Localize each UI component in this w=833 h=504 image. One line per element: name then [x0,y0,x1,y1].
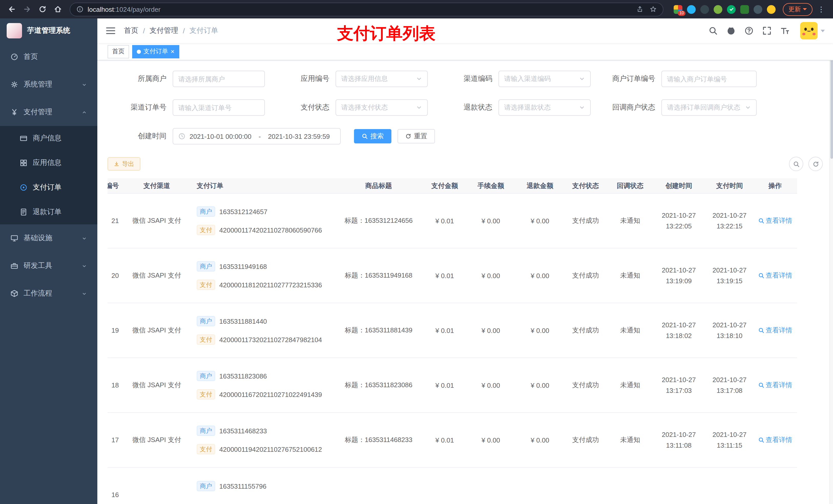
sidebar-item-merchant-info[interactable]: 商户信息 [0,126,97,150]
breadcrumb-separator [183,27,185,35]
cell-status: 支付成功 [563,435,609,445]
cell-fee: ¥ 0.00 [464,272,518,280]
monitor-icon [10,234,19,242]
channel-code-select[interactable]: 请输入渠道编码 [498,71,591,87]
refund-status-select[interactable]: 请选择退款状态 [498,99,591,116]
hamburger-icon[interactable] [105,26,116,36]
view-details-link[interactable]: 查看详情 [758,381,792,390]
back-icon[interactable] [5,3,19,16]
breadcrumb-pay[interactable]: 支付管理 [149,26,178,35]
dashboard-icon [10,53,19,61]
sidebar-item-pay-order[interactable]: 支付订单 [0,175,97,200]
pay-status-select[interactable]: 请选择支付状态 [336,99,428,116]
address-bar[interactable]: localhost:1024/pay/order [70,2,663,16]
yen-icon [10,108,19,116]
sidebar-item-workflow[interactable]: 工作流程 [0,280,97,307]
merchant-order-no: 1635311881440 [219,317,267,325]
sidebar-item-infra[interactable]: 基础设施 [0,224,97,252]
sidebar-item-system[interactable]: 系统管理 [0,71,97,98]
search-icon[interactable] [709,26,718,35]
sidebar-item-refund-order[interactable]: 退款订单 [0,200,97,224]
navbar-actions [709,22,825,40]
table-row: 20 微信 JSAPI 支付 商户1635311949168 支付4200001… [108,248,797,303]
reset-button[interactable]: 重置 [398,129,435,143]
avatar [800,22,818,40]
github-icon[interactable] [727,26,736,35]
pay-tag: 支付 [197,334,215,345]
notify-status-select[interactable]: 请选择订单回调商户状态 [661,99,757,116]
channel-order-no-input[interactable] [173,99,265,116]
bookmark-star-icon[interactable] [649,6,657,13]
extension-face-icon[interactable] [767,5,776,14]
help-icon[interactable] [744,26,754,35]
range-end: 2021-10-31 23:59:59 [268,133,330,140]
home-icon[interactable] [51,3,65,16]
fullscreen-icon[interactable] [762,26,771,35]
field-label: 回调商户状态 [596,103,661,112]
merchant-order-no: 1635311468233 [219,427,267,435]
extension-drop-icon[interactable] [687,5,696,14]
sidebar-item-home[interactable]: 首页 [0,43,97,71]
breadcrumb: 首页 支付管理 支付订单 [124,26,218,35]
document-icon [20,208,28,216]
col-amount: 支付金额 [425,181,464,190]
view-details-link[interactable]: 查看详情 [758,435,792,445]
browser-menu-icon[interactable]: ⋮ [814,3,828,16]
create-time-range-picker[interactable]: 2021-10-01 00:00:00 - 2021-10-31 23:59:5… [173,128,341,144]
sidebar-item-pay[interactable]: 支付管理 [0,98,97,126]
table-row: 17 微信 JSAPI 支付 商户1635311468233 支付4200001… [108,413,797,467]
view-details-link[interactable]: 查看详情 [758,271,792,280]
forward-icon[interactable] [21,3,34,16]
view-details-link[interactable]: 查看详情 [758,216,792,225]
cell-refund: ¥ 0.00 [518,217,563,224]
col-fee: 手续金额 [464,181,518,190]
cell-amount: ¥ 0.01 [425,327,464,334]
show-search-toggle[interactable] [789,157,803,171]
tags-view: 首页 支付订单 [97,43,833,61]
cell-fee: ¥ 0.00 [464,436,518,444]
export-button[interactable]: 导出 [108,157,140,171]
font-size-icon[interactable] [780,26,789,35]
tab-home[interactable]: 首页 [108,45,129,58]
scrollbar[interactable] [829,19,833,504]
merchant-order-no: 1635311823086 [219,372,267,380]
active-dot [137,49,141,53]
breadcrumb-home[interactable]: 首页 [124,26,138,35]
chevron-down-icon [416,104,422,111]
refresh-table-button[interactable] [808,157,823,171]
share-icon[interactable] [636,6,643,13]
pay-tag: 支付 [197,225,215,235]
extension-green-icon[interactable] [714,5,722,14]
app-logo-row[interactable]: 芋道管理系统 [0,19,97,43]
extension-dark-icon[interactable] [700,5,709,14]
merchant-tag: 商户 [197,207,215,217]
sidebar-item-dev-tools[interactable]: 研发工具 [0,252,97,280]
merchant-order-no-input[interactable] [661,71,757,87]
table-row: 18 微信 JSAPI 支付 商户1635311823086 支付4200001… [108,358,797,413]
reload-icon[interactable] [36,3,49,16]
cell-title: 标题：1635311468233 [332,435,425,445]
pay-tag: 支付 [197,280,215,290]
view-details-link[interactable]: 查看详情 [758,326,792,335]
navbar: 首页 支付管理 支付订单 支付订单列表 [97,19,833,43]
extension-puzzle-icon[interactable]: 10 [674,5,682,14]
chevron-down-icon [81,291,87,296]
close-icon[interactable] [171,48,174,55]
extension-square-icon[interactable] [740,5,749,14]
extension-pin-icon[interactable] [754,5,762,14]
browser-update-button[interactable]: 更新 [783,3,812,16]
merchant-input[interactable] [173,71,265,87]
user-menu[interactable] [800,22,825,40]
search-icon [758,382,764,388]
cell-id: 19 [112,327,119,334]
chevron-down-icon [81,263,87,269]
extension-check-icon[interactable] [727,5,736,14]
tab-pay-order[interactable]: 支付订单 [132,45,179,58]
grid-icon [20,159,28,167]
search-button[interactable]: 搜索 [354,129,391,143]
bank-card-icon [20,134,28,142]
cell-title: 标题：1635311949168 [332,271,425,280]
sidebar-item-app-info[interactable]: 应用信息 [0,150,97,175]
site-info-icon[interactable] [76,6,84,13]
app-id-select[interactable]: 请选择应用信息 [336,71,428,87]
